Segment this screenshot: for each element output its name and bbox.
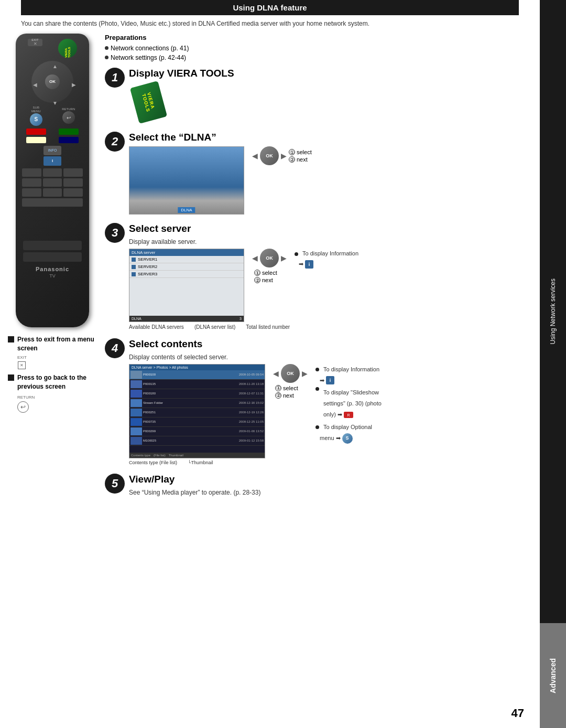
return-icon: ↩: [17, 401, 29, 413]
prep-text-2: Network settings (p. 42-44): [111, 53, 186, 62]
step-3-row: DLNA server SERVER1 SERVER2: [129, 249, 535, 322]
server-icon-1: [132, 258, 136, 262]
main-content: EXIT ✕ VIERA TOOLS ▲ ▼ ◀: [0, 34, 540, 508]
ok-button[interactable]: OK: [45, 74, 60, 89]
exit-button[interactable]: EXIT ✕: [28, 39, 42, 46]
num-2[interactable]: [43, 168, 62, 177]
sub-menu-button[interactable]: S: [30, 113, 42, 126]
step-3-title: Select server: [129, 223, 535, 235]
large-btn-2[interactable]: [23, 252, 82, 262]
step-4-row: DLNA server > Photos > All photos P00010…: [129, 364, 535, 458]
num-4[interactable]: [22, 178, 41, 187]
num-3[interactable]: [63, 168, 83, 177]
step-4-sub: Display contents of selected server.: [129, 354, 535, 361]
s3-next-label: next: [262, 277, 273, 283]
contents-header: DLNA server > Photos > All photos: [129, 365, 265, 370]
annotation-select: ① select: [289, 149, 312, 155]
s3-select: ① select: [254, 270, 277, 276]
number-grid: [22, 168, 83, 207]
contents-footer: Contents type (File list) Thumbnail: [129, 453, 265, 458]
page-wrapper: Using DLNA feature You can share the con…: [0, 0, 566, 728]
select-label: select: [297, 149, 312, 155]
contents-row-5: P000735 2008-12-25 11:05: [129, 417, 265, 427]
content-name-0: P000100: [143, 373, 238, 376]
num-7[interactable]: [22, 188, 41, 197]
content-date-1: 2008-11-20 13:18: [239, 382, 264, 386]
return-icon-area: RETURN ↩: [17, 392, 97, 413]
step-3-content: Select server Display available server. …: [129, 223, 535, 330]
num-5[interactable]: [43, 178, 62, 187]
info-icon-4: i: [326, 376, 334, 384]
num-9[interactable]: [63, 188, 83, 197]
contents-rows: P000100 2008-10-05 09:54 P000135 2008-11…: [129, 370, 265, 446]
s4-select-label: select: [283, 385, 298, 391]
s3-next: ② next: [254, 277, 277, 283]
contents-row-6: P000299 2009-01-06 13:52: [129, 427, 265, 436]
step-5-content: View/Play See “Using Media player” to op…: [129, 474, 535, 499]
page-title: Using DLNA feature: [233, 3, 307, 12]
green-button[interactable]: [59, 129, 79, 135]
yellow-button[interactable]: [26, 137, 46, 143]
contents-row-2: P000180 2008-12-07 11:31: [129, 389, 265, 399]
s4-annotation-info: To display Information: [315, 364, 382, 375]
s4-annotation-slideshow: To display "Slideshowsettings" (p. 30) (…: [315, 387, 382, 420]
num-1[interactable]: [22, 168, 41, 177]
step-3-ok-row: ◀ OK ▶: [252, 249, 287, 267]
content-date-5: 2008-12-25 11:05: [239, 420, 264, 423]
thumb-0: [130, 371, 142, 379]
color-buttons-row: [21, 129, 84, 135]
content-date-6: 2009-01-06 13:52: [239, 430, 264, 433]
step-2-ok-row: ◀ OK ▶ ① select: [252, 146, 312, 165]
s3-select-label: select: [262, 270, 277, 276]
s4-annotation-optional: To display Optional: [315, 422, 382, 433]
step-3-labels: ① select ② next: [254, 270, 277, 283]
prep-item-1: Network connections (p. 41): [105, 44, 535, 53]
prep-title: Preparations: [105, 34, 535, 41]
info-button[interactable]: INFO: [43, 146, 61, 155]
num-8[interactable]: [43, 188, 62, 197]
ok-circle-4: OK: [281, 364, 300, 383]
thumb-1: [130, 380, 142, 388]
return-button[interactable]: ↩: [62, 111, 75, 124]
right-column: Using Network services Advanced: [540, 0, 566, 728]
page-header: Using DLNA feature: [21, 0, 519, 15]
server-icon-2: [132, 265, 136, 269]
red-button[interactable]: [26, 129, 46, 135]
extra-buttons: [21, 209, 84, 218]
note-exit-text: Press to exit from a menu screen: [17, 336, 94, 352]
step-2-diagram: ◀ OK ▶ ① select: [252, 146, 312, 165]
content-name-2: P000180: [143, 392, 238, 395]
dlna-screen: DLNA: [129, 146, 244, 215]
step-5-sub: See “Using Media player” to operate. (p.…: [129, 489, 535, 496]
server-list-footer: DLNA 3: [129, 316, 244, 322]
page-number: 47: [511, 706, 524, 720]
viera-tools-graphic: VIERATOOLS: [130, 81, 167, 124]
content-name-1: P000135: [143, 382, 238, 386]
note-icon: [8, 336, 14, 342]
s4-annotation-slideshow-text: To display "Slideshowsettings" (p. 30) (…: [323, 387, 382, 420]
s4-next: ② next: [275, 392, 298, 399]
step-4-diagram: ◀ OK ▶ ① select: [273, 364, 308, 399]
blue-button[interactable]: [59, 137, 79, 143]
thumb-4: [130, 409, 142, 416]
s4-annotation-optional-text: To display Optional: [323, 422, 372, 433]
num-6[interactable]: [63, 178, 83, 187]
content-date-0: 2008-10-05 09:54: [239, 373, 264, 376]
color-buttons-row2: [21, 137, 84, 143]
step-1-viera-image: VIERATOOLS: [129, 84, 535, 121]
sub-menu-row: SUB MENU S RETURN ↩: [20, 106, 85, 126]
num-0[interactable]: [22, 198, 83, 207]
large-btn-1[interactable]: [23, 241, 82, 250]
label-available-servers: Available DLNA servers: [129, 324, 184, 330]
screen-labels-3: Available DLNA servers (DLNA server list…: [129, 324, 535, 330]
step-4-number: 4: [105, 338, 125, 358]
step-1: 1 Display VIERA TOOLS VIERATOOLS: [105, 68, 535, 123]
step-1-content: Display VIERA TOOLS VIERATOOLS: [129, 68, 535, 123]
annotation-info-text: To display Information: [302, 249, 358, 259]
contents-row-1: P000135 2008-11-20 13:18: [129, 380, 265, 389]
contents-row-4: P000251 2008-12-19 12:26: [129, 408, 265, 417]
viera-tools-button[interactable]: VIERA TOOLS: [58, 39, 77, 58]
step-3: 3 Select server Display available server…: [105, 223, 535, 330]
panasonic-logo: Panasonic: [20, 266, 85, 272]
step-2: 2 Select the “DLNA” DLNA: [105, 132, 535, 215]
